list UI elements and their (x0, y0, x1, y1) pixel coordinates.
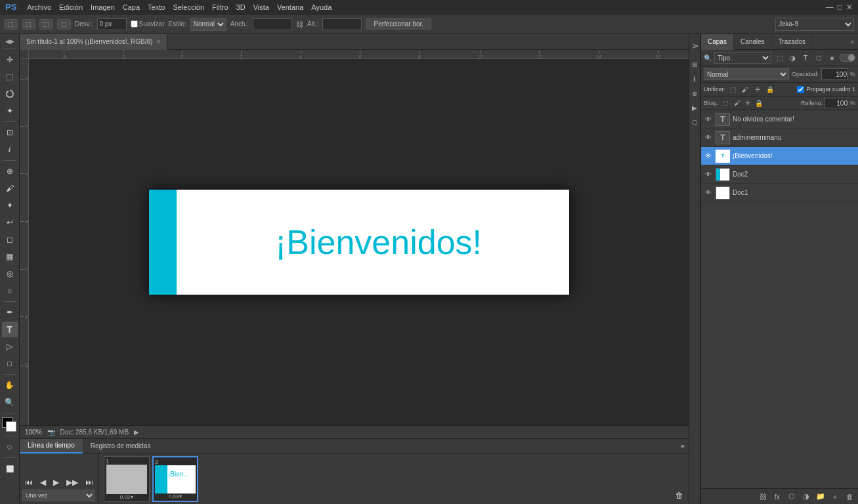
timeline-menu-icon[interactable]: ≡ (681, 442, 685, 450)
layer-item-3[interactable]: 👁 T ¡Bienvenidos! (701, 147, 858, 165)
strip-btn-2[interactable]: ⊞ (689, 59, 700, 70)
layer-item-1[interactable]: 👁 T No olvides comentar! (701, 110, 858, 129)
add-adjustment-btn[interactable]: ◑ (800, 491, 812, 503)
anch-input[interactable] (253, 18, 292, 30)
crop-tool[interactable]: ⊡ (2, 125, 18, 140)
doc-tab[interactable]: Sin título-1 al 100% (¡Bienvenidos!, RGB… (20, 34, 167, 50)
tab-canales[interactable]: Canales (734, 34, 772, 50)
layer-eye-2[interactable]: 👁 (704, 133, 713, 142)
bloq-all-btn[interactable]: 🔒 (754, 98, 763, 108)
perfeccionar-btn[interactable]: Perfeccionar bor. (366, 18, 431, 30)
strip-btn-5[interactable]: ▶ (689, 102, 700, 113)
timeline-tab-registro[interactable]: Registro de medidas (83, 439, 159, 453)
menu-edicion[interactable]: Edición (59, 3, 83, 11)
unif-btn-1[interactable]: ⬚ (727, 84, 738, 94)
menu-filtro[interactable]: Filtro (212, 3, 228, 11)
path-select-tool[interactable]: ▷ (2, 339, 18, 354)
filter-text-btn[interactable]: T (800, 52, 811, 63)
menu-vista[interactable]: Vista (253, 3, 269, 11)
tl-frame-2[interactable]: 2 ¡Bien... 0,03 ▾ (152, 456, 198, 502)
pen-tool[interactable]: ✒ (2, 304, 18, 320)
add-mask-btn[interactable]: ⬡ (786, 491, 798, 503)
dodge-tool[interactable]: ○ (2, 283, 18, 299)
zoom-icon[interactable]: 📷 (47, 429, 55, 436)
tool-shape-1[interactable]: ⬚ (4, 19, 18, 30)
unif-btn-2[interactable]: 🖌 (740, 84, 750, 94)
add-layer-btn[interactable]: + (829, 491, 841, 503)
suavizar-checkbox[interactable] (131, 20, 138, 28)
bloq-brush-btn[interactable]: 🖌 (732, 98, 741, 108)
history-brush-tool[interactable]: ↩ (2, 215, 18, 230)
text-tool[interactable]: T (2, 322, 18, 337)
tl-frame-1[interactable]: 1 0,03 ▾ (104, 456, 150, 502)
menu-imagen[interactable]: Imagen (91, 3, 115, 11)
strip-btn-1[interactable]: A (689, 37, 700, 55)
bloq-move-btn[interactable]: ✛ (743, 98, 752, 108)
type-filter-select[interactable]: Tipo (714, 52, 771, 64)
screen-mode-tool[interactable]: ⬜ (2, 461, 18, 476)
tab-close[interactable]: × (156, 38, 160, 45)
layer-item-5[interactable]: 👁 Doc1 (701, 184, 858, 202)
desv-input[interactable] (97, 18, 127, 30)
menu-ayuda[interactable]: Ayuda (311, 3, 332, 11)
tool-shape-4[interactable]: ⬚ (57, 19, 71, 30)
menu-archivo[interactable]: Archivo (27, 3, 51, 11)
strip-btn-4[interactable]: ⊕ (689, 88, 700, 98)
tool-shape-3[interactable]: ⬚ (39, 19, 53, 30)
gradient-tool[interactable]: ▦ (2, 249, 18, 264)
tab-capas[interactable]: Capas (701, 34, 734, 50)
timeline-tab-main[interactable]: Línea de tiempo (20, 439, 83, 453)
maximize-btn[interactable]: □ (838, 3, 842, 12)
layer-eye-4[interactable]: 👁 (704, 170, 713, 179)
unif-btn-4[interactable]: 🔒 (765, 84, 775, 94)
shape-tool[interactable]: □ (2, 356, 18, 371)
spot-heal-tool[interactable]: ⊕ (2, 163, 18, 179)
quick-mask-tool[interactable]: ⬡ (2, 439, 18, 455)
menu-3d[interactable]: 3D (236, 3, 246, 11)
add-style-btn[interactable]: fx (771, 491, 783, 503)
canvas-background[interactable]: ¡Bienvenidos! (29, 59, 689, 425)
tl-rewind-btn[interactable]: ⏮ (22, 476, 35, 488)
menu-capa[interactable]: Capa (123, 3, 140, 11)
layer-item-2[interactable]: 👁 T adminemmmanu (701, 129, 858, 147)
zoom-tool[interactable]: 🔍 (2, 394, 18, 410)
opacity-input[interactable] (821, 68, 847, 80)
link-layers-btn[interactable]: ⛓ (757, 491, 769, 503)
delete-layer-btn[interactable]: 🗑 (844, 491, 855, 503)
estilo-select[interactable]: Normal (190, 18, 226, 31)
marquee-tool[interactable]: ⬚ (2, 69, 18, 85)
tl-play-btn[interactable]: ▶ (51, 476, 62, 488)
tl-next-btn[interactable]: ▶▶ (64, 476, 81, 488)
minimize-btn[interactable]: — (826, 3, 834, 12)
layer-eye-5[interactable]: 👁 (704, 188, 713, 198)
alt-input[interactable] (322, 18, 362, 30)
menu-texto[interactable]: Texto (148, 3, 165, 11)
strip-btn-6[interactable]: ⬡ (689, 117, 700, 127)
eraser-tool[interactable]: ◻ (2, 232, 18, 247)
expand-btn[interactable]: ▶ (134, 429, 139, 436)
tl-loop-select[interactable]: Una vez (22, 490, 95, 501)
strip-btn-3[interactable]: ℹ (689, 74, 700, 84)
brush-tool[interactable]: 🖌 (2, 180, 18, 196)
lasso-tool[interactable] (2, 86, 18, 102)
bloq-transparent-btn[interactable]: ⬚ (721, 98, 730, 108)
tool-shape-2[interactable]: ⬚ (22, 19, 35, 30)
layer-item-4[interactable]: 👁 Doc2 (701, 165, 858, 184)
hand-tool[interactable]: ✋ (2, 377, 18, 393)
tl-delete-frame-btn[interactable]: 🗑 (673, 490, 686, 501)
layers-expand-icon[interactable]: ≡ (851, 39, 858, 45)
menu-ventana[interactable]: Ventana (277, 3, 303, 11)
move-tool[interactable]: ✛ (2, 52, 18, 68)
filter-adj-btn[interactable]: ◑ (787, 52, 798, 63)
close-btn[interactable]: ✕ (846, 3, 853, 12)
blend-mode-select[interactable]: Normal (704, 68, 789, 80)
layer-eye-1[interactable]: 👁 (704, 115, 713, 124)
filter-smart-btn[interactable]: ★ (826, 52, 837, 63)
unif-btn-3[interactable]: ✛ (752, 84, 763, 94)
toolbox-collapse[interactable]: ◀▶ (2, 37, 18, 46)
layer-eye-3[interactable]: 👁 (704, 152, 713, 161)
filter-toggle[interactable] (840, 54, 855, 62)
filter-pixel-btn[interactable]: ⬚ (774, 52, 784, 63)
tab-trazados[interactable]: Trazados (772, 34, 813, 50)
clone-stamp-tool[interactable]: ✦ (2, 198, 18, 213)
